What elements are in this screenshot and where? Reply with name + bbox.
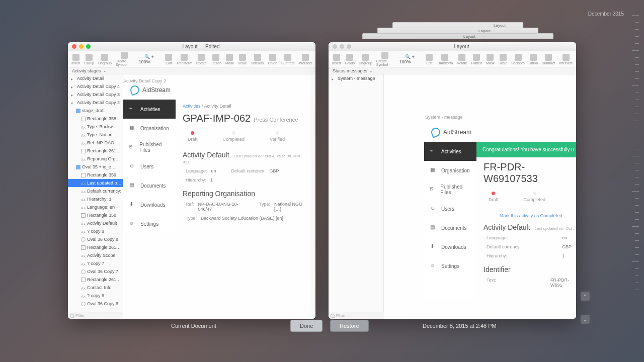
toolbar-scissors[interactable]: Scissors	[510, 54, 526, 65]
layer-row[interactable]: Hierarchy: 1	[68, 195, 123, 203]
layer-row[interactable]: Oval 36 Copy 7	[68, 267, 123, 276]
toolbar-union[interactable]: Union	[267, 54, 279, 65]
layer-row[interactable]: Activity Detail	[68, 74, 123, 82]
nav-item-users[interactable]: ☺Users	[424, 199, 476, 218]
toolbar-flatten[interactable]: Flatten	[209, 54, 223, 65]
nav-item-organisation[interactable]: ▦Organisation	[424, 161, 476, 180]
version-up-button[interactable]: ⌃	[581, 292, 590, 301]
toolbar-ungroup[interactable]: Ungroup	[357, 54, 374, 65]
close-icon[interactable]	[72, 44, 76, 49]
version-down-button[interactable]: ⌄	[581, 315, 590, 324]
nav-item-users[interactable]: ☺Users	[123, 157, 176, 176]
toolbar-insert[interactable]: Insert	[70, 54, 82, 65]
layer-row[interactable]: Language: en	[68, 203, 123, 211]
toolbar-intersect[interactable]: Intersect	[297, 54, 313, 65]
traffic-lights[interactable]	[72, 44, 91, 49]
canvas[interactable]: System - message AidStream ⌁Activities▦O…	[384, 74, 576, 319]
artboard-mockup: System - message AidStream ⌁Activities▦O…	[424, 115, 576, 299]
layer-row[interactable]: Contact Info	[68, 284, 123, 292]
layer-row[interactable]: Oval 36 Copy 8	[68, 235, 123, 243]
nav-item-settings[interactable]: ☼Settings	[123, 214, 176, 233]
nav-item-downloads[interactable]: ⬇Downloads	[123, 195, 176, 214]
nav-item-documents[interactable]: ▤Documents	[123, 176, 176, 195]
filter-bar[interactable]: Filter	[68, 312, 123, 319]
toolbar-rotate[interactable]: Rotate	[195, 54, 208, 65]
zoom-icon[interactable]	[86, 44, 91, 49]
toolbar-edit[interactable]: Edit	[164, 54, 174, 65]
toolbar-transform[interactable]: Transform	[175, 54, 194, 65]
subbar[interactable]: Status messages⌄	[329, 67, 576, 74]
layer-row[interactable]: Activity Scope	[68, 251, 123, 259]
layer-row[interactable]: stage_draft	[68, 107, 123, 115]
toolbar-rotate[interactable]: Rotate	[455, 54, 469, 65]
version-timeline[interactable]	[632, 15, 639, 332]
layer-row[interactable]: Rectangle 358…	[68, 115, 123, 123]
restore-button[interactable]: Restore	[330, 320, 369, 332]
done-button[interactable]: Done	[290, 320, 323, 332]
layer-row[interactable]: Activity Detail Copy 2	[68, 99, 123, 107]
toolbar-mask[interactable]: Mask	[224, 54, 235, 65]
layer-row[interactable]: Rectangle 261…	[68, 276, 123, 284]
layer-row[interactable]: Activity Default	[68, 219, 123, 227]
chevron-down-icon: ⌄	[103, 68, 107, 73]
traffic-lights	[333, 44, 351, 49]
toolbar-mask[interactable]: Mask	[485, 54, 496, 65]
layer-row[interactable]: Type: Nation…	[68, 131, 123, 139]
stage-verified: Verified	[270, 131, 285, 142]
nav-item-activities[interactable]: ⌁Activities	[424, 142, 476, 161]
toolbar-subtract[interactable]: Subtract	[280, 54, 296, 65]
nav-item-organisation[interactable]: ▦Organisation	[123, 119, 176, 138]
nav-item-activities[interactable]: ⌁Activities	[123, 100, 176, 119]
layer-row[interactable]: Rectangle 358	[68, 211, 123, 219]
layer-row[interactable]: Rectangle 261…	[68, 243, 123, 251]
version-date-label: December 8, 2015 at 2:48 PM	[423, 323, 497, 329]
zoom-control[interactable]: — 🔍 + 100%	[396, 54, 424, 64]
layer-row[interactable]: System - message	[329, 74, 383, 82]
toolbar-flatten[interactable]: Flatten	[470, 54, 484, 65]
canvas[interactable]: Activity Detail Copy 2 AidStream ⌁Activi…	[123, 74, 315, 319]
layers-panel[interactable]: Activity DetailActivity Detail Copy 4Act…	[68, 74, 123, 319]
stage-completed: Completed	[524, 192, 546, 202]
filter-placeholder: Filter	[336, 313, 345, 318]
toolbar-insert[interactable]: Insert	[331, 54, 343, 65]
toolbar-transform[interactable]: Transform	[435, 54, 454, 65]
layer-row[interactable]: Rectangle 359	[68, 171, 123, 179]
toolbar-ungroup[interactable]: Ungroup	[97, 54, 113, 65]
toolbar-create-symbol[interactable]: Create Symbol	[114, 52, 135, 66]
layer-row[interactable]: ? copy 7	[68, 259, 123, 267]
toolbar-create-symbol[interactable]: Create Symbol	[375, 52, 395, 66]
layer-row[interactable]: Oval 35 + ic_e…	[68, 163, 123, 171]
subbar[interactable]: Activity stages⌄	[68, 67, 315, 74]
layers-panel[interactable]: System - message	[329, 74, 384, 319]
layer-row[interactable]: Ref: NP-DAO…	[68, 139, 123, 147]
toolbar-group[interactable]: Group	[344, 54, 356, 65]
layer-row[interactable]: Oval 36 Copy 6	[68, 300, 123, 308]
zoom-control[interactable]: — 🔍 + 100%	[136, 54, 163, 64]
layer-row[interactable]: Activity Detail Copy 3	[68, 90, 123, 99]
toolbar-scale[interactable]: Scale	[236, 54, 249, 65]
toolbar-edit[interactable]: Edit	[424, 54, 434, 65]
layer-row[interactable]: ? copy 6	[68, 292, 123, 300]
layer-row[interactable]: Reporting Org…	[68, 155, 123, 163]
nav-item-settings[interactable]: ☼Settings	[424, 256, 476, 276]
toolbar-union[interactable]: Union	[527, 54, 539, 65]
nav-item-documents[interactable]: ▤Documents	[424, 218, 476, 237]
toolbar-group[interactable]: Group	[83, 54, 96, 65]
filter-bar[interactable]: Filter	[329, 312, 384, 319]
nav-icon: ▦	[129, 125, 136, 132]
toolbar-scale[interactable]: Scale	[497, 54, 509, 65]
toolbar-subtract[interactable]: Subtract	[540, 54, 556, 65]
layer-row[interactable]: Last updated o…	[68, 179, 123, 187]
nav-item-downloads[interactable]: ⬇Downloads	[424, 237, 476, 256]
nav-item-published-files[interactable]: ⎘Published Files	[123, 138, 176, 157]
layer-row[interactable]: ? copy 8	[68, 227, 123, 235]
toolbar-intersect[interactable]: Intersect	[557, 54, 574, 65]
layer-row[interactable]: Rectangle 261…	[68, 147, 123, 155]
layer-row[interactable]: Activity Detail Copy 4	[68, 82, 123, 90]
mark-complete-link[interactable]: Mark this activity as Completed	[484, 211, 576, 223]
nav-item-published-files[interactable]: ⎘Published Files	[424, 180, 476, 199]
minimize-icon[interactable]	[79, 44, 84, 49]
layer-row[interactable]: Type: Backw…	[68, 123, 123, 131]
toolbar-scissors[interactable]: Scissors	[249, 54, 265, 65]
layer-row[interactable]: Default currency:	[68, 187, 123, 195]
